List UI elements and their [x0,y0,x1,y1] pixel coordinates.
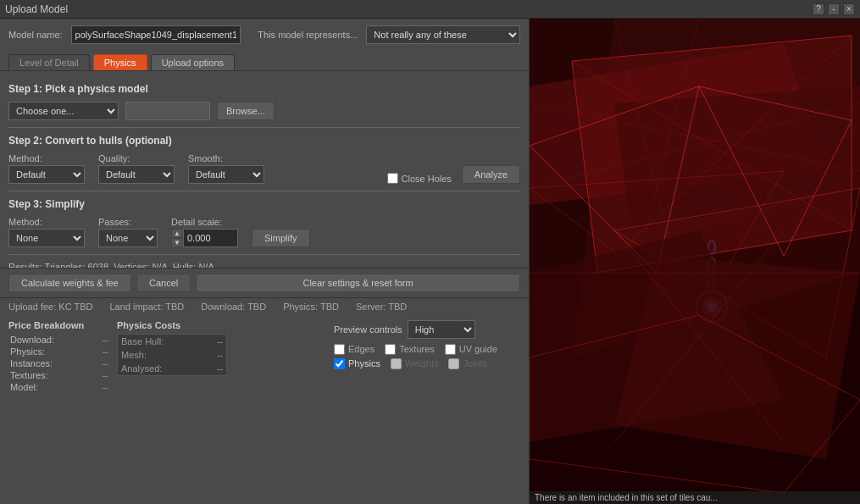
price-row-value: -- [93,346,110,357]
scene-svg [530,19,860,504]
detail-scale-input[interactable] [183,229,238,247]
cancel-button[interactable]: Cancel [136,274,191,292]
passes-label: Passes: [98,217,158,227]
uvguide-checkbox[interactable] [445,344,456,355]
represents-select[interactable]: Not really any of these [366,25,520,44]
price-row-label: Model: [8,381,93,393]
preview-controls-title: Preview controls [334,324,402,335]
upload-fee: Upload fee: KC TBD [8,302,92,312]
clear-button[interactable]: Clear settings & reset form [196,274,520,292]
edges-checkbox-label[interactable]: Edges [334,344,375,355]
left-panel: Model name: This model represents... Not… [0,19,530,504]
file-display [125,102,210,120]
joints-checkbox-label[interactable]: Joints [448,358,487,369]
action-bar: Calculate weights & fee Cancel Clear set… [0,268,529,297]
step2-right: Close Holes Analyze [387,165,520,184]
spinner-up[interactable]: ▲ [171,229,183,238]
price-row-value: -- [93,369,110,381]
cost-label: Base Hull: [118,334,204,348]
step3-header: Step 3: Simplify [8,198,520,210]
server-info: Server: TBD [356,302,407,312]
model-name-label: Model name: [8,30,63,40]
physics-model-select[interactable]: Choose one... [8,102,119,120]
tabs-row: Level of Detail Physics Upload options [0,51,529,71]
step2-row: Method: Default Quality: Default Smooth:… [8,153,520,184]
calculate-button[interactable]: Calculate weights & fee [8,274,131,292]
close-holes-checkbox[interactable] [387,173,398,184]
download-info: Download: TBD [201,302,266,312]
physics-checkbox-label[interactable]: Physics [334,358,380,369]
cost-label: Mesh: [118,348,204,362]
weights-checkbox [391,358,402,369]
cost-label: Analysed: [118,362,204,376]
price-row-value: -- [93,357,110,369]
lower-panels: Price Breakdown Download: -- Physics: --… [0,315,529,505]
smooth-group: Smooth: Default [188,153,264,184]
price-row-value: -- [93,334,110,346]
preview-quality-select[interactable]: High [408,320,475,339]
price-breakdown-panel: Price Breakdown Download: -- Physics: --… [8,320,110,500]
analyze-button[interactable]: Analyze [462,165,520,184]
3d-scene [530,19,860,504]
table-row: Instances: -- [8,357,110,369]
physics-costs-title: Physics Costs [117,320,227,330]
tab-physics[interactable]: Physics [93,54,147,70]
close-button[interactable]: × [843,3,855,15]
title-bar: Upload Model ? - × [0,0,860,19]
method-label: Method: [8,153,85,163]
model-name-input[interactable] [71,25,241,44]
info-bar: Upload fee: KC TBD Land impact: TBD Down… [0,297,529,315]
step1-row: Choose one... Browse... [8,102,520,120]
step2-header: Step 2: Convert to hulls (optional) [8,135,520,147]
method-select[interactable]: Default [8,165,85,184]
cost-value: -- [203,348,226,362]
download-panel [234,320,327,500]
costs-table: Base Hull: -- Mesh: -- Analysed: -- [117,334,227,376]
step3-divider [8,254,520,255]
svg-marker-27 [614,256,860,459]
price-row-value: -- [93,381,110,393]
price-row-label: Download: [8,334,93,346]
price-row-label: Textures: [8,369,93,381]
model-name-row: Model name: This model represents... Not… [0,19,529,51]
browse-button[interactable]: Browse... [217,102,275,120]
weights-checkbox-label[interactable]: Weights [391,358,439,369]
step3-method-group: Method: None [8,217,85,247]
smooth-label: Smooth: [188,153,264,163]
textures-checkbox[interactable] [385,344,396,355]
window-title: Upload Model [5,3,68,15]
step3-method-label: Method: [8,217,85,227]
cost-value: -- [203,334,226,348]
edges-checkbox[interactable] [334,344,345,355]
quality-select[interactable]: Default [98,165,175,184]
preview-header: Preview controls High [334,320,520,339]
land-impact: Land impact: TBD [109,302,184,312]
close-holes-label[interactable]: Close Holes [387,173,452,184]
step1-divider [8,127,520,128]
joints-checkbox [448,358,459,369]
step1-header: Step 1: Pick a physics model [8,83,520,95]
uvguide-checkbox-label[interactable]: UV guide [445,344,497,355]
price-breakdown-title: Price Breakdown [8,320,110,330]
minimize-button[interactable]: - [828,3,840,15]
physics-checkbox[interactable] [334,358,345,369]
smooth-select[interactable]: Default [188,165,264,184]
table-row: Textures: -- [8,369,110,381]
table-row: Mesh: -- [118,348,227,362]
tab-level-of-detail[interactable]: Level of Detail [8,54,90,70]
represents-label: This model represents... [258,30,358,40]
help-button[interactable]: ? [813,3,824,15]
textures-checkbox-label[interactable]: Textures [385,344,435,355]
passes-select[interactable]: None [98,229,158,247]
simplify-button[interactable]: Simplify [252,229,310,247]
step3-method-select[interactable]: None [8,229,85,247]
preview-controls-panel: Preview controls High Edges Textures [334,320,520,500]
table-row: Model: -- [8,381,110,393]
step3-fields: Method: None Passes: None Detail scale: [8,217,520,247]
table-row: Analysed: -- [118,362,227,376]
spinner-down[interactable]: ▼ [171,238,183,247]
window-controls: ? - × [813,3,855,15]
content-area: Step 1: Pick a physics model Choose one.… [0,71,529,268]
tab-upload-options[interactable]: Upload options [151,54,235,70]
method-group: Method: Default [8,153,85,184]
